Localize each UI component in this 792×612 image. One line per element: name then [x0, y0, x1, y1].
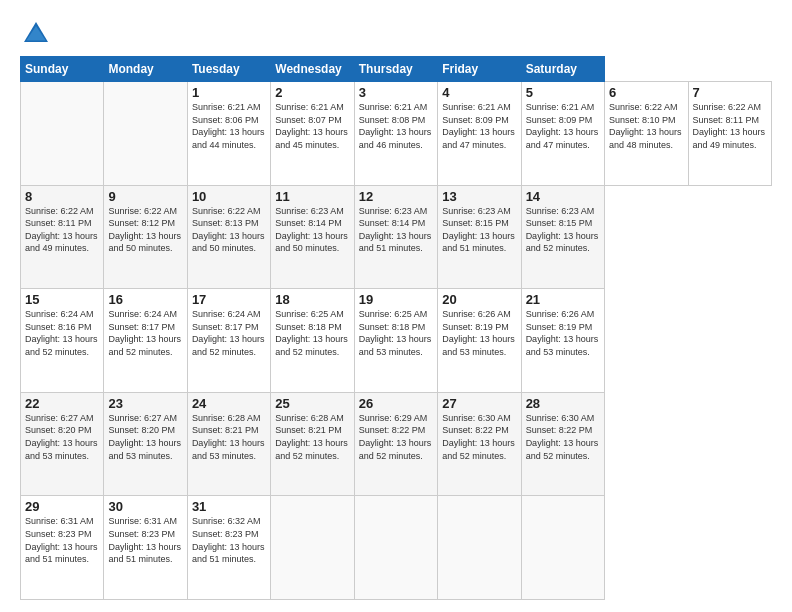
header-row: SundayMondayTuesdayWednesdayThursdayFrid…: [21, 57, 772, 82]
day-info: Sunrise: 6:22 AMSunset: 8:13 PMDaylight:…: [192, 205, 266, 255]
calendar-cell: 24Sunrise: 6:28 AMSunset: 8:21 PMDayligh…: [187, 392, 270, 496]
day-info: Sunrise: 6:21 AMSunset: 8:08 PMDaylight:…: [359, 101, 433, 151]
day-info: Sunrise: 6:22 AMSunset: 8:10 PMDaylight:…: [609, 101, 683, 151]
day-info: Sunrise: 6:23 AMSunset: 8:15 PMDaylight:…: [526, 205, 600, 255]
day-number: 20: [442, 292, 516, 307]
day-number: 14: [526, 189, 600, 204]
day-info: Sunrise: 6:26 AMSunset: 8:19 PMDaylight:…: [442, 308, 516, 358]
day-number: 1: [192, 85, 266, 100]
calendar-cell: 20Sunrise: 6:26 AMSunset: 8:19 PMDayligh…: [438, 289, 521, 393]
page: SundayMondayTuesdayWednesdayThursdayFrid…: [0, 0, 792, 612]
day-info: Sunrise: 6:27 AMSunset: 8:20 PMDaylight:…: [25, 412, 99, 462]
calendar-cell: 23Sunrise: 6:27 AMSunset: 8:20 PMDayligh…: [104, 392, 187, 496]
calendar-cell: 26Sunrise: 6:29 AMSunset: 8:22 PMDayligh…: [354, 392, 437, 496]
day-info: Sunrise: 6:24 AMSunset: 8:17 PMDaylight:…: [192, 308, 266, 358]
calendar-cell: 2Sunrise: 6:21 AMSunset: 8:07 PMDaylight…: [271, 82, 354, 186]
calendar-table: SundayMondayTuesdayWednesdayThursdayFrid…: [20, 56, 772, 600]
calendar-cell: 28Sunrise: 6:30 AMSunset: 8:22 PMDayligh…: [521, 392, 604, 496]
day-header-wednesday: Wednesday: [271, 57, 354, 82]
calendar-cell: 8Sunrise: 6:22 AMSunset: 8:11 PMDaylight…: [21, 185, 104, 289]
day-number: 30: [108, 499, 182, 514]
calendar-cell: 17Sunrise: 6:24 AMSunset: 8:17 PMDayligh…: [187, 289, 270, 393]
calendar-cell: 21Sunrise: 6:26 AMSunset: 8:19 PMDayligh…: [521, 289, 604, 393]
day-info: Sunrise: 6:27 AMSunset: 8:20 PMDaylight:…: [108, 412, 182, 462]
logo: [20, 18, 56, 50]
calendar-cell: 15Sunrise: 6:24 AMSunset: 8:16 PMDayligh…: [21, 289, 104, 393]
calendar-cell: 3Sunrise: 6:21 AMSunset: 8:08 PMDaylight…: [354, 82, 437, 186]
calendar-cell: 31Sunrise: 6:32 AMSunset: 8:23 PMDayligh…: [187, 496, 270, 600]
calendar-header: SundayMondayTuesdayWednesdayThursdayFrid…: [21, 57, 772, 82]
calendar-cell: 9Sunrise: 6:22 AMSunset: 8:12 PMDaylight…: [104, 185, 187, 289]
day-info: Sunrise: 6:30 AMSunset: 8:22 PMDaylight:…: [526, 412, 600, 462]
day-number: 18: [275, 292, 349, 307]
day-info: Sunrise: 6:23 AMSunset: 8:14 PMDaylight:…: [275, 205, 349, 255]
day-number: 9: [108, 189, 182, 204]
day-number: 27: [442, 396, 516, 411]
calendar-cell: 5Sunrise: 6:21 AMSunset: 8:09 PMDaylight…: [521, 82, 604, 186]
day-info: Sunrise: 6:29 AMSunset: 8:22 PMDaylight:…: [359, 412, 433, 462]
day-number: 10: [192, 189, 266, 204]
day-number: 29: [25, 499, 99, 514]
day-info: Sunrise: 6:21 AMSunset: 8:09 PMDaylight:…: [442, 101, 516, 151]
day-number: 3: [359, 85, 433, 100]
day-number: 22: [25, 396, 99, 411]
calendar-cell: 29Sunrise: 6:31 AMSunset: 8:23 PMDayligh…: [21, 496, 104, 600]
calendar-body: 1Sunrise: 6:21 AMSunset: 8:06 PMDaylight…: [21, 82, 772, 600]
day-number: 23: [108, 396, 182, 411]
day-info: Sunrise: 6:24 AMSunset: 8:17 PMDaylight:…: [108, 308, 182, 358]
week-row-2: 8Sunrise: 6:22 AMSunset: 8:11 PMDaylight…: [21, 185, 772, 289]
calendar-cell: 14Sunrise: 6:23 AMSunset: 8:15 PMDayligh…: [521, 185, 604, 289]
day-number: 21: [526, 292, 600, 307]
week-row-1: 1Sunrise: 6:21 AMSunset: 8:06 PMDaylight…: [21, 82, 772, 186]
day-number: 5: [526, 85, 600, 100]
day-info: Sunrise: 6:25 AMSunset: 8:18 PMDaylight:…: [359, 308, 433, 358]
day-number: 19: [359, 292, 433, 307]
week-row-4: 22Sunrise: 6:27 AMSunset: 8:20 PMDayligh…: [21, 392, 772, 496]
day-info: Sunrise: 6:26 AMSunset: 8:19 PMDaylight:…: [526, 308, 600, 358]
calendar-cell: 13Sunrise: 6:23 AMSunset: 8:15 PMDayligh…: [438, 185, 521, 289]
day-number: 25: [275, 396, 349, 411]
day-number: 11: [275, 189, 349, 204]
day-number: 8: [25, 189, 99, 204]
day-info: Sunrise: 6:21 AMSunset: 8:09 PMDaylight:…: [526, 101, 600, 151]
day-number: 6: [609, 85, 683, 100]
calendar-cell: 4Sunrise: 6:21 AMSunset: 8:09 PMDaylight…: [438, 82, 521, 186]
day-info: Sunrise: 6:31 AMSunset: 8:23 PMDaylight:…: [25, 515, 99, 565]
calendar-cell: 10Sunrise: 6:22 AMSunset: 8:13 PMDayligh…: [187, 185, 270, 289]
day-number: 15: [25, 292, 99, 307]
calendar-cell: [21, 82, 104, 186]
calendar-cell: 12Sunrise: 6:23 AMSunset: 8:14 PMDayligh…: [354, 185, 437, 289]
calendar-cell: [104, 82, 187, 186]
calendar-cell: [438, 496, 521, 600]
day-info: Sunrise: 6:21 AMSunset: 8:07 PMDaylight:…: [275, 101, 349, 151]
header: [20, 18, 772, 50]
day-header-thursday: Thursday: [354, 57, 437, 82]
day-header-saturday: Saturday: [521, 57, 604, 82]
calendar-cell: 7Sunrise: 6:22 AMSunset: 8:11 PMDaylight…: [688, 82, 772, 186]
day-info: Sunrise: 6:22 AMSunset: 8:12 PMDaylight:…: [108, 205, 182, 255]
day-number: 31: [192, 499, 266, 514]
calendar-cell: 1Sunrise: 6:21 AMSunset: 8:06 PMDaylight…: [187, 82, 270, 186]
calendar-cell: 16Sunrise: 6:24 AMSunset: 8:17 PMDayligh…: [104, 289, 187, 393]
day-info: Sunrise: 6:30 AMSunset: 8:22 PMDaylight:…: [442, 412, 516, 462]
calendar-cell: 19Sunrise: 6:25 AMSunset: 8:18 PMDayligh…: [354, 289, 437, 393]
calendar-cell: [354, 496, 437, 600]
day-header-tuesday: Tuesday: [187, 57, 270, 82]
day-info: Sunrise: 6:21 AMSunset: 8:06 PMDaylight:…: [192, 101, 266, 151]
day-number: 12: [359, 189, 433, 204]
day-header-friday: Friday: [438, 57, 521, 82]
day-header-monday: Monday: [104, 57, 187, 82]
day-info: Sunrise: 6:28 AMSunset: 8:21 PMDaylight:…: [192, 412, 266, 462]
day-info: Sunrise: 6:32 AMSunset: 8:23 PMDaylight:…: [192, 515, 266, 565]
day-number: 28: [526, 396, 600, 411]
calendar-cell: 6Sunrise: 6:22 AMSunset: 8:10 PMDaylight…: [605, 82, 688, 186]
day-number: 17: [192, 292, 266, 307]
day-info: Sunrise: 6:22 AMSunset: 8:11 PMDaylight:…: [25, 205, 99, 255]
calendar-cell: 22Sunrise: 6:27 AMSunset: 8:20 PMDayligh…: [21, 392, 104, 496]
day-number: 13: [442, 189, 516, 204]
day-info: Sunrise: 6:25 AMSunset: 8:18 PMDaylight:…: [275, 308, 349, 358]
calendar-cell: [271, 496, 354, 600]
day-number: 2: [275, 85, 349, 100]
week-row-5: 29Sunrise: 6:31 AMSunset: 8:23 PMDayligh…: [21, 496, 772, 600]
calendar-cell: 30Sunrise: 6:31 AMSunset: 8:23 PMDayligh…: [104, 496, 187, 600]
